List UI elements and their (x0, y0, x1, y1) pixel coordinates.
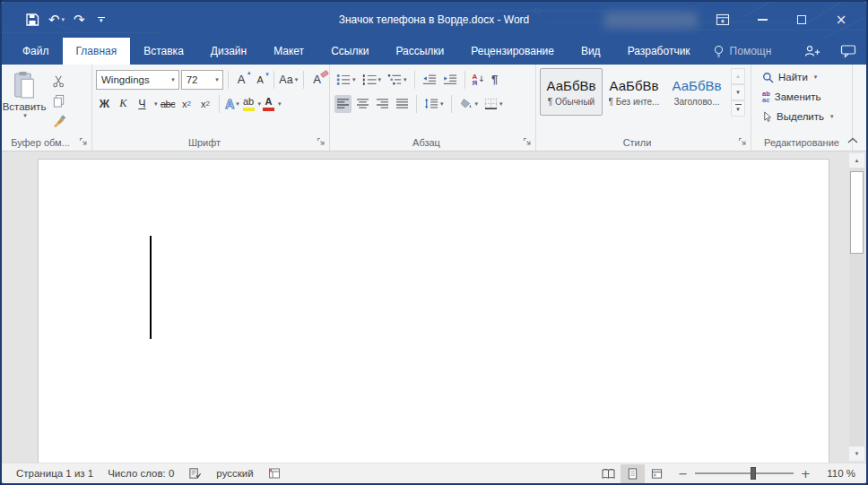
language-button[interactable]: русский (209, 463, 260, 483)
align-right-button[interactable] (374, 95, 391, 113)
numbered-list-icon (362, 74, 377, 85)
page-indicator[interactable]: Страница 1 из 1 (9, 463, 100, 483)
justify-button[interactable] (394, 95, 411, 113)
font-color-button[interactable]: А (263, 95, 274, 113)
undo-button[interactable]: ↶ ▾ (48, 13, 65, 27)
style-no-spacing[interactable]: АаБбВв ¶ Без инте... (603, 68, 665, 116)
scroll-down-button[interactable]: ▾ (849, 446, 864, 461)
shading-button[interactable]: ▾ (457, 95, 481, 113)
bullets-button[interactable]: ▾ (334, 71, 358, 89)
font-color-dropdown-icon[interactable]: ▾ (278, 100, 282, 108)
subscript-button[interactable]: x2 (178, 95, 195, 113)
minimize-button[interactable] (742, 2, 782, 38)
tab-view[interactable]: Вид (568, 38, 614, 65)
scroll-up-button[interactable]: ▴ (849, 153, 864, 168)
vertical-scrollbar[interactable]: ▴ ▾ (849, 153, 864, 461)
italic-button[interactable]: К (115, 95, 132, 113)
paragraph-dialog-launcher[interactable] (523, 137, 533, 147)
styles-more-button[interactable]: ▾ (731, 100, 745, 117)
styles-scroll-down-button[interactable]: ▾ (731, 84, 745, 100)
grow-font-button[interactable]: А▴ (233, 71, 250, 89)
show-formatting-marks-button[interactable]: ¶ (490, 71, 499, 89)
tab-layout[interactable]: Макет (260, 38, 317, 65)
highlight-button[interactable]: ab (243, 95, 255, 113)
highlight-dropdown-icon[interactable]: ▾ (258, 100, 262, 108)
scrollbar-track[interactable] (849, 168, 864, 446)
tab-design[interactable]: Дизайн (197, 38, 260, 65)
save-button[interactable] (25, 13, 39, 27)
tab-references[interactable]: Ссылки (317, 38, 382, 65)
increase-indent-button[interactable] (441, 71, 459, 89)
styles-dialog-launcher[interactable] (738, 137, 748, 147)
share-button[interactable] (794, 38, 830, 65)
collapse-ribbon-button[interactable] (846, 136, 859, 145)
superscript-button[interactable]: x2 (197, 95, 214, 113)
highlight-letters: ab (243, 97, 254, 107)
zoom-out-button[interactable]: − (678, 467, 688, 481)
find-label: Найти (778, 72, 808, 82)
shrink-font-button[interactable]: А▾ (252, 71, 269, 89)
font-size-combo[interactable]: 72 ▾ (181, 70, 223, 90)
minimize-icon (758, 19, 768, 20)
web-layout-button[interactable] (645, 464, 669, 483)
font-name-combo[interactable]: Wingdings ▾ (96, 70, 179, 90)
undo-dropdown-icon[interactable]: ▾ (62, 16, 65, 23)
select-label: Выделить (777, 111, 824, 122)
paste-dropdown-icon[interactable]: ▾ (23, 112, 27, 119)
borders-button[interactable]: ▾ (482, 95, 505, 113)
print-layout-button[interactable] (621, 464, 645, 483)
zoom-level-button[interactable]: 110 % (820, 468, 859, 479)
document-page[interactable] (38, 159, 829, 463)
cut-button[interactable] (48, 73, 68, 89)
underline-button[interactable]: Ч (134, 95, 151, 113)
strikethrough-button[interactable]: abc (160, 95, 177, 113)
proofing-status-button[interactable] (181, 463, 209, 483)
style-normal[interactable]: АаБбВв ¶ Обычный (540, 68, 603, 116)
read-mode-button[interactable] (596, 464, 621, 483)
change-case-button[interactable]: Аа ▾ (279, 71, 299, 89)
tab-review[interactable]: Рецензирование (457, 38, 568, 65)
text-effects-button[interactable]: А▾ (224, 95, 241, 113)
word-count[interactable]: Число слов: 0 (100, 463, 181, 483)
numbering-button[interactable]: ▾ (360, 71, 384, 89)
chevron-down-icon: ▾ (295, 76, 299, 83)
underline-dropdown-icon[interactable]: ▾ (154, 100, 158, 108)
document-area[interactable]: ▴ ▾ (2, 152, 866, 463)
font-dialog-launcher[interactable] (317, 137, 326, 147)
tab-file[interactable]: Файл (9, 38, 63, 65)
find-button[interactable]: Найти ▾ (751, 67, 852, 87)
multilevel-list-button[interactable]: ▾ (386, 71, 409, 89)
ribbon-display-options-button[interactable] (703, 2, 742, 38)
scrollbar-thumb[interactable] (850, 171, 864, 254)
zoom-in-button[interactable]: + (801, 467, 811, 481)
copy-button[interactable] (48, 92, 68, 108)
divider (273, 71, 274, 89)
decrease-indent-button[interactable] (421, 71, 438, 89)
macro-record-button[interactable] (261, 463, 288, 483)
tab-developer[interactable]: Разработчик (614, 38, 704, 65)
tell-me-assistant[interactable]: Помощн (704, 38, 781, 65)
maximize-button[interactable] (782, 2, 821, 38)
zoom-slider[interactable] (695, 472, 794, 474)
format-painter-button[interactable] (48, 112, 68, 128)
comments-button[interactable] (830, 38, 866, 65)
tab-home[interactable]: Главная (63, 38, 131, 65)
align-left-button[interactable] (334, 95, 352, 113)
zoom-slider-handle[interactable] (751, 467, 756, 480)
redo-button[interactable]: ↷ (74, 13, 85, 27)
select-button[interactable]: Выделить ▾ (751, 107, 852, 126)
close-button[interactable]: × (821, 2, 861, 38)
line-spacing-icon (424, 98, 438, 109)
customize-quick-access-button[interactable]: ▾ (98, 17, 105, 23)
line-spacing-button[interactable]: ▾ (422, 95, 446, 113)
styles-scroll-up-button[interactable]: ▴ (731, 68, 745, 84)
sort-button[interactable]: АЯ ↓ (471, 71, 487, 89)
bold-button[interactable]: Ж (96, 95, 113, 113)
clear-formatting-button[interactable]: А (308, 71, 326, 89)
tab-insert[interactable]: Вставка (130, 38, 197, 65)
replace-button[interactable]: ab ac Заменить (751, 87, 852, 107)
tab-mailings[interactable]: Рассылки (382, 38, 457, 65)
align-center-button[interactable] (354, 95, 371, 113)
style-heading1[interactable]: АаБбВв Заголово... (665, 68, 728, 116)
clipboard-dialog-launcher[interactable] (79, 137, 89, 147)
